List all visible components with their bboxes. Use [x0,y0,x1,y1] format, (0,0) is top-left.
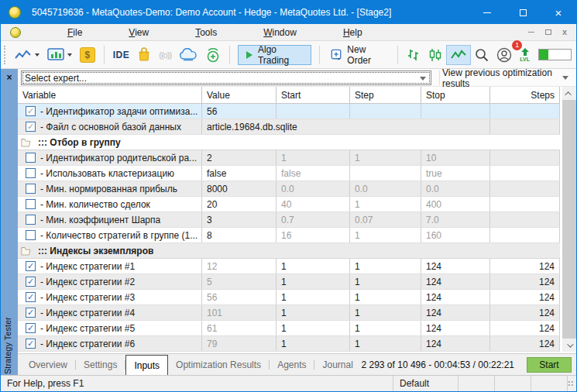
start-cell[interactable]: 0.0 [276,181,350,196]
steps-cell[interactable] [490,119,560,134]
menu-item-view[interactable]: View [105,27,172,38]
step-cell[interactable]: 1 [350,274,421,289]
tab-inputs[interactable]: Inputs [125,355,168,376]
tab-settings[interactable]: Settings [76,354,125,376]
value-cell[interactable]: 56 [202,290,276,304]
row-checkbox[interactable]: ✓ [26,308,36,318]
signals-button[interactable]: ((o)) [155,45,175,65]
stop-cell[interactable] [421,104,490,119]
step-cell[interactable]: 1 [350,197,421,211]
start-cell[interactable]: 1 [276,321,350,335]
param-row[interactable]: - Идентификатор родительской ра...21110 [18,150,560,166]
mdi-minimize-button[interactable] [528,32,534,33]
ide-button[interactable]: IDE [109,45,134,65]
steps-cell[interactable]: 124 [490,305,560,320]
param-row[interactable]: - Мин. нормированная прибыль80000.00.00.… [18,181,560,197]
steps-cell[interactable] [490,181,560,196]
menu-item-help[interactable]: Help [320,27,386,38]
row-checkbox[interactable] [26,230,36,240]
row-checkbox[interactable] [26,199,36,209]
panel-close-button[interactable]: × [1,69,18,86]
scrollbar-thumb[interactable] [562,100,576,339]
stop-cell[interactable]: 124 [421,336,490,351]
param-row[interactable]: - Мин. количество сделок20401400 [18,197,560,212]
param-row[interactable]: - Мин. коэффициент Шарпа30.70.077.0 [18,212,560,228]
value-cell[interactable]: 61 [202,321,276,335]
step-cell[interactable]: 1 [350,150,421,165]
stop-cell[interactable]: true [421,166,490,181]
stop-cell[interactable]: 10 [421,150,490,165]
row-checkbox[interactable]: ✓ [26,339,36,349]
param-row[interactable]: ✓- Индекс стратегии #35611124124 [18,290,560,305]
value-cell[interactable]: 12 [202,259,276,273]
stop-cell[interactable]: 7.0 [421,212,490,227]
minimize-button[interactable] [469,1,505,24]
row-checkbox[interactable] [26,168,36,178]
mdi-restore-button[interactable] [545,29,551,35]
new-order-button[interactable]: New Order [325,45,393,65]
start-cell[interactable]: 1 [276,150,350,165]
param-row[interactable]: ✓- Файл с основной базой данныхarticle.1… [18,119,560,135]
maximize-button[interactable] [505,1,541,24]
value-cell[interactable]: 56 [202,104,276,119]
steps-cell[interactable] [490,150,560,165]
row-checkbox[interactable]: ✓ [26,122,36,132]
search-button[interactable] [471,45,493,65]
steps-cell[interactable]: 124 [490,274,560,289]
column-header-variable[interactable]: Variable [18,87,202,103]
start-cell[interactable]: 40 [276,197,350,211]
start-button[interactable]: Start [527,357,572,373]
steps-cell[interactable]: 124 [490,336,560,351]
start-cell[interactable]: 1 [276,305,350,320]
stop-cell[interactable]: 124 [421,305,490,320]
param-row[interactable]: ✓- Индекс стратегии #56111124124 [18,321,560,336]
start-cell[interactable]: 1 [276,290,350,304]
menu-item-file[interactable]: File [44,27,105,38]
steps-cell[interactable] [490,166,560,181]
column-header-step[interactable]: Step [350,87,421,103]
value-cell[interactable]: 20 [202,197,276,211]
row-checkbox[interactable]: ✓ [26,106,36,116]
param-row[interactable]: ✓- Индекс стратегии #11211124124 [18,259,560,274]
start-cell[interactable]: 1 [276,336,350,351]
step-cell[interactable]: 1 [350,259,421,273]
row-checkbox[interactable] [26,153,36,163]
row-checkbox[interactable]: ✓ [26,323,36,333]
close-button[interactable]: × [541,1,576,24]
param-row[interactable]: ✓- Индекс стратегии #67911124124 [18,336,560,352]
tab-overview[interactable]: Overview [21,354,75,376]
param-row[interactable]: ✓- Идентификатор задачи оптимиза...56 [18,104,560,119]
step-cell[interactable]: 1 [350,336,421,351]
row-checkbox[interactable] [26,184,36,194]
step-cell[interactable]: 1 [350,321,421,335]
stop-cell[interactable]: 160 [421,228,490,242]
param-row[interactable]: - Количество стратегий в группе (1...816… [18,228,560,243]
steps-cell[interactable] [490,104,560,119]
param-row[interactable]: ✓- Индекс стратегии #410111124124 [18,305,560,321]
candlestick-mode-button[interactable] [424,45,446,65]
start-cell[interactable]: 1 [276,274,350,289]
bar-chart-mode-button[interactable] [403,45,424,65]
value-cell[interactable]: false [202,166,276,181]
step-cell[interactable]: 0.07 [350,212,421,227]
menu-item-tools[interactable]: Tools [172,27,240,38]
steps-cell[interactable] [490,228,560,242]
stop-cell[interactable]: 124 [421,259,490,273]
profile-indicator[interactable]: Default [393,376,459,391]
steps-cell[interactable]: 124 [490,321,560,335]
start-cell[interactable]: 1 [276,259,350,273]
algo-trading-button[interactable]: Algo Trading [238,45,311,65]
value-cell[interactable]: article.19684.db.sqlite [202,119,490,134]
chart-profiles-button[interactable] [43,45,76,65]
tab-journal[interactable]: Journal [314,354,360,376]
stop-cell[interactable]: 124 [421,274,490,289]
scroll-up-button[interactable] [562,87,576,100]
param-row[interactable]: - Использовать кластеризациюfalsefalsetr… [18,166,560,181]
new-chart-button[interactable] [11,45,43,65]
step-cell[interactable]: 1 [350,228,421,242]
group-row[interactable]: ::: Индексы экземпляров [18,243,560,259]
row-checkbox[interactable]: ✓ [26,277,36,287]
start-cell[interactable]: 0.7 [276,212,350,227]
step-cell[interactable] [350,166,421,181]
param-row[interactable]: ✓- Индекс стратегии #2511124124 [18,274,560,290]
